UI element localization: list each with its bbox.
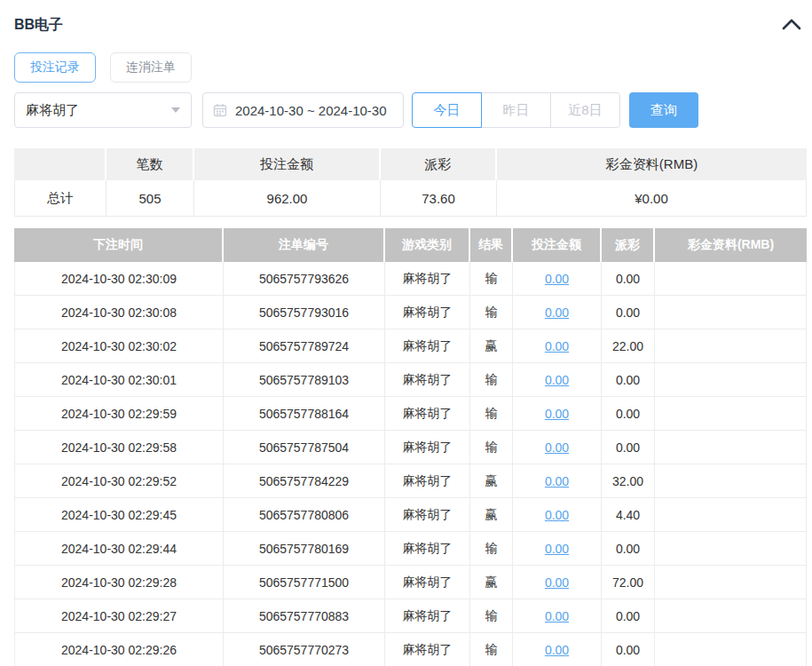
bonus-cell <box>655 329 807 362</box>
summary-col-payout: 派彩 <box>381 148 497 180</box>
bets-table: 下注时间 注单编号 游戏类别 结果 投注金额 派彩 彩金资料(RMB) 2024… <box>14 228 807 666</box>
bonus-cell <box>655 363 807 396</box>
result-cell: 输 <box>470 363 513 396</box>
summary-col-bonus: 彩金资料(RMB) <box>497 148 807 180</box>
table-row: 2024-10-30 02:29:455065757780806麻将胡了赢0.0… <box>14 498 807 532</box>
quick-range-today[interactable]: 今日 <box>412 92 482 128</box>
bet-amount-cell: 0.00 <box>513 532 602 565</box>
game-type-cell: 麻将胡了 <box>385 296 470 329</box>
payout-cell: 0.00 <box>602 262 655 295</box>
bet-time-cell: 2024-10-30 02:30:09 <box>14 262 224 295</box>
payout-cell: 0.00 <box>602 532 655 565</box>
bet-amount-cell: 0.00 <box>513 633 602 666</box>
bet-amount-cell: 0.00 <box>513 296 602 329</box>
query-button[interactable]: 查询 <box>629 92 698 128</box>
bet-amount-link[interactable]: 0.00 <box>545 440 569 455</box>
date-range-value: 2024-10-30 ~ 2024-10-30 <box>235 103 387 118</box>
col-header-game-type: 游戏类别 <box>385 228 470 262</box>
chevron-up-icon <box>782 19 801 30</box>
bet-amount-cell: 0.00 <box>513 464 602 497</box>
bonus-cell <box>655 498 807 531</box>
table-row: 2024-10-30 02:30:085065757793016麻将胡了输0.0… <box>14 296 807 329</box>
order-number-cell: 5065757789724 <box>224 329 385 362</box>
quick-range-yesterday[interactable]: 昨日 <box>481 92 551 128</box>
bet-time-cell: 2024-10-30 02:30:01 <box>14 363 224 396</box>
summary-total-payout: 73.60 <box>381 180 497 217</box>
tab-cancelled-bets[interactable]: 连消注单 <box>110 52 192 83</box>
result-cell: 输 <box>470 633 513 666</box>
record-type-tabs: 投注记录 连消注单 <box>14 52 812 83</box>
result-cell: 赢 <box>470 566 513 599</box>
col-header-bet-amount: 投注金额 <box>513 228 602 262</box>
bet-time-cell: 2024-10-30 02:29:26 <box>14 633 224 666</box>
payout-cell: 0.00 <box>602 296 655 329</box>
bet-amount-link[interactable]: 0.00 <box>545 373 569 387</box>
bet-amount-cell: 0.00 <box>513 431 602 464</box>
bet-amount-link[interactable]: 0.00 <box>545 339 569 353</box>
filter-bar: 麻将胡了 2024-10-30 ~ 2024-10-30 今 <box>14 92 812 128</box>
summary-total-count: 505 <box>106 180 194 217</box>
game-type-cell: 麻将胡了 <box>385 363 470 396</box>
result-cell: 输 <box>470 397 513 430</box>
bet-amount-link[interactable]: 0.00 <box>545 643 569 657</box>
table-row: 2024-10-30 02:29:525065757784229麻将胡了赢0.0… <box>14 464 807 498</box>
game-type-cell: 麻将胡了 <box>385 566 470 599</box>
bets-table-body: 2024-10-30 02:30:095065757793626麻将胡了输0.0… <box>14 262 807 666</box>
game-type-cell: 麻将胡了 <box>385 329 470 362</box>
bet-amount-link[interactable]: 0.00 <box>545 407 569 421</box>
game-type-cell: 麻将胡了 <box>385 397 470 430</box>
order-number-cell: 5065757780806 <box>224 498 385 531</box>
summary-header-row: 笔数 投注金额 派彩 彩金资料(RMB) <box>14 148 807 180</box>
bonus-cell <box>655 296 807 329</box>
bet-amount-cell: 0.00 <box>513 397 602 430</box>
order-number-cell: 5065757789103 <box>224 363 385 396</box>
bet-amount-link[interactable]: 0.00 <box>545 609 569 623</box>
bet-amount-link[interactable]: 0.00 <box>545 474 569 488</box>
tab-bet-records[interactable]: 投注记录 <box>14 52 96 83</box>
quick-range-last8days[interactable]: 近8日 <box>550 92 620 128</box>
bet-amount-cell: 0.00 <box>513 498 602 531</box>
game-type-cell: 麻将胡了 <box>385 532 470 565</box>
bet-amount-link[interactable]: 0.00 <box>545 542 569 556</box>
collapse-panel-button[interactable] <box>780 12 803 36</box>
summary-table: 笔数 投注金额 派彩 彩金资料(RMB) 总计 505 962.00 73.60… <box>14 148 807 217</box>
calendar-icon <box>213 103 227 117</box>
bet-amount-link[interactable]: 0.00 <box>545 575 569 590</box>
bet-amount-cell: 0.00 <box>513 262 602 295</box>
table-row: 2024-10-30 02:29:285065757771500麻将胡了赢0.0… <box>14 566 807 599</box>
game-select-value: 麻将胡了 <box>26 102 79 119</box>
table-row: 2024-10-30 02:29:585065757787504麻将胡了输0.0… <box>14 431 807 464</box>
quick-range-group: 今日 昨日 近8日 <box>412 92 620 128</box>
result-cell: 输 <box>470 431 513 464</box>
game-type-cell: 麻将胡了 <box>385 498 470 531</box>
date-range-input[interactable]: 2024-10-30 ~ 2024-10-30 <box>202 92 404 128</box>
order-number-cell: 5065757771500 <box>224 566 385 599</box>
table-row: 2024-10-30 02:30:095065757793626麻将胡了输0.0… <box>14 262 807 296</box>
bonus-cell <box>655 599 807 632</box>
table-row: 2024-10-30 02:30:015065757789103麻将胡了输0.0… <box>14 363 807 397</box>
bet-amount-link[interactable]: 0.00 <box>545 305 569 320</box>
result-cell: 赢 <box>470 329 513 362</box>
game-type-cell: 麻将胡了 <box>385 262 470 295</box>
order-number-cell: 5065757793016 <box>224 296 385 329</box>
summary-col-bet-amount: 投注金额 <box>194 148 381 180</box>
order-number-cell: 5065757770883 <box>224 599 385 632</box>
summary-total-label: 总计 <box>14 180 106 217</box>
bonus-cell <box>655 431 807 464</box>
page-title: BB电子 <box>14 17 63 32</box>
bet-amount-cell: 0.00 <box>513 329 602 362</box>
game-type-cell: 麻将胡了 <box>385 464 470 497</box>
bet-amount-cell: 0.00 <box>513 566 602 599</box>
payout-cell: 0.00 <box>602 599 655 632</box>
bet-amount-link[interactable]: 0.00 <box>545 508 569 522</box>
bet-amount-link[interactable]: 0.00 <box>545 272 569 286</box>
result-cell: 输 <box>470 532 513 565</box>
game-select[interactable]: 麻将胡了 <box>14 92 192 128</box>
result-cell: 输 <box>470 262 513 295</box>
col-header-order-number: 注单编号 <box>224 228 385 262</box>
bonus-cell <box>655 262 807 295</box>
order-number-cell: 5065757787504 <box>224 431 385 464</box>
payout-cell: 0.00 <box>602 431 655 464</box>
panel-header: BB电子 <box>14 0 812 34</box>
game-type-cell: 麻将胡了 <box>385 599 470 632</box>
